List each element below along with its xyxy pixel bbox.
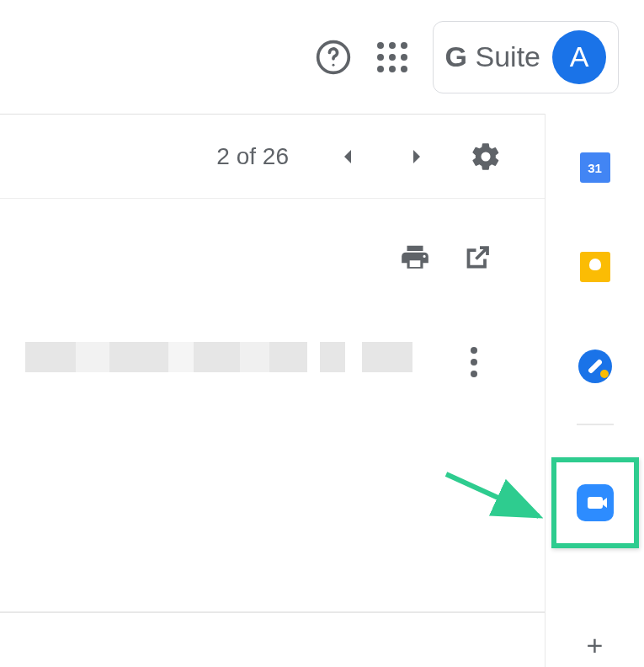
gsuite-label: G Suite: [445, 40, 540, 73]
more-options-button[interactable]: [471, 342, 477, 382]
tasks-app-icon[interactable]: [578, 350, 612, 383]
open-new-window-button[interactable]: [460, 241, 494, 275]
side-panel: 31 +: [545, 114, 644, 667]
header-bar: G Suite A: [0, 0, 644, 114]
redacted-content: [0, 342, 431, 372]
zoom-addon-highlight: [551, 457, 639, 548]
next-button[interactable]: [400, 140, 434, 173]
keep-app-icon[interactable]: [578, 250, 612, 284]
divider: [0, 611, 545, 613]
help-icon[interactable]: [315, 39, 352, 76]
svg-point-1: [332, 63, 334, 66]
add-addon-button[interactable]: +: [587, 629, 604, 662]
print-button[interactable]: [398, 241, 432, 275]
message-toolbar: [0, 199, 545, 317]
settings-button[interactable]: [469, 140, 503, 173]
prev-button[interactable]: [331, 140, 365, 173]
zoom-app-icon[interactable]: [577, 484, 614, 521]
calendar-app-icon[interactable]: 31: [578, 151, 612, 184]
apps-grid-icon[interactable]: [377, 42, 407, 72]
main-content: 2 of 26: [0, 114, 545, 667]
toolbar: 2 of 26: [0, 115, 545, 199]
account-chip[interactable]: G Suite A: [433, 21, 619, 93]
side-panel-divider: [577, 424, 614, 425]
pagination-text: 2 of 26: [216, 143, 289, 170]
avatar[interactable]: A: [552, 30, 606, 84]
